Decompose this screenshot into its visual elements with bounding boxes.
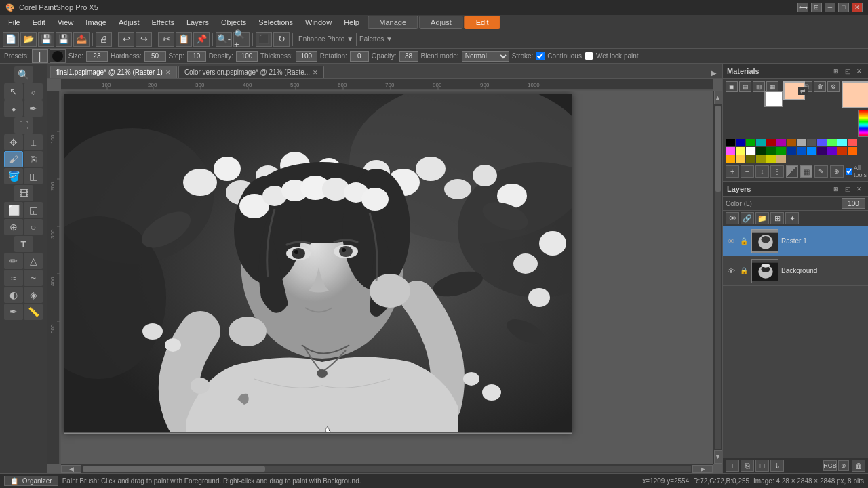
merge-down-btn[interactable]: ⇓	[770, 460, 784, 472]
group-layer-btn[interactable]: □	[755, 460, 769, 472]
add-color-btn[interactable]: +	[726, 165, 739, 178]
layer1-visibility[interactable]: 👁	[726, 236, 736, 247]
swatch-orange2[interactable]	[848, 147, 857, 155]
swatch-green[interactable]	[746, 139, 755, 146]
paint-brush-tool[interactable]: 🖌	[4, 151, 23, 167]
maximize-btn[interactable]: □	[838, 3, 849, 12]
layers-blend-btn[interactable]: ⊞	[770, 212, 784, 224]
layers-fx-btn[interactable]: ✦	[785, 212, 799, 224]
healing-brush-tool[interactable]: ⊕	[4, 219, 23, 235]
menu-image[interactable]: Image	[80, 17, 112, 28]
swatch-white[interactable]	[746, 147, 755, 155]
swatch-green3[interactable]	[776, 147, 786, 155]
swatch-olive2[interactable]	[756, 155, 766, 163]
save-as-btn[interactable]: 💾	[56, 32, 72, 47]
clone-tool[interactable]: ⎘	[24, 151, 43, 167]
zoom-tool[interactable]: 🔍	[14, 66, 33, 83]
rotation-input[interactable]	[350, 51, 369, 62]
menu-file[interactable]: File	[3, 17, 26, 28]
move-tool[interactable]: ✥	[4, 134, 23, 150]
color-wheel-strip[interactable]	[858, 110, 868, 137]
brush-icon[interactable]: |	[32, 49, 48, 63]
h-scrollbar[interactable]: ◀ ▶	[61, 464, 713, 473]
layers-float-btn[interactable]: ◱	[843, 184, 852, 194]
v-scroll-thumb[interactable]	[715, 106, 721, 192]
organizer-tab[interactable]: 📋 Organizer	[4, 476, 58, 486]
smear-tool[interactable]: ~	[24, 270, 43, 286]
menu-view[interactable]: View	[52, 17, 79, 28]
menu-effects[interactable]: Effects	[146, 17, 180, 28]
tab-manage[interactable]: Manage	[368, 16, 418, 29]
doc-tab-close[interactable]: ✕	[165, 69, 171, 76]
layout-btn[interactable]: ⊞	[811, 3, 822, 12]
print-btn[interactable]: 🖨	[96, 32, 112, 47]
swatch-brown[interactable]	[787, 139, 796, 146]
swap-colors-btn[interactable]: ⇄	[798, 87, 808, 95]
layers-options-btn[interactable]: ⊕	[838, 460, 849, 471]
bg-eraser-tool[interactable]: ◱	[24, 202, 43, 218]
layer-item-background[interactable]: 👁 🔒 Background	[723, 256, 868, 286]
large-color-preview[interactable]	[842, 81, 868, 108]
pen2-tool[interactable]: ✒	[4, 304, 23, 320]
layers-link-btn[interactable]: 🔗	[741, 212, 754, 224]
swatch-silver[interactable]	[797, 139, 806, 146]
v-scroll-up[interactable]: ▲	[714, 91, 722, 104]
text-tool[interactable]: T	[14, 236, 33, 252]
zoom-out-btn[interactable]: 🔍-	[216, 32, 232, 47]
v-scrollbar[interactable]: ▲ ▼	[713, 91, 722, 464]
straighten-tool[interactable]: ⟂	[24, 134, 43, 150]
switch-btn[interactable]: ⟷	[797, 3, 808, 12]
all-tools-checkbox[interactable]	[846, 168, 852, 175]
pattern-mode-btn[interactable]: ▥	[753, 81, 765, 92]
h-scroll-right[interactable]: ▶	[692, 465, 713, 473]
selection-tool[interactable]: ↖	[4, 83, 23, 100]
swatch-blue2[interactable]	[787, 147, 796, 155]
continuous-checkbox[interactable]	[536, 52, 545, 60]
layers-rgb-btn[interactable]: RGB	[823, 460, 837, 471]
tab-edit[interactable]: Edit	[465, 16, 500, 29]
ruler-tool[interactable]: 📏	[24, 304, 43, 320]
new-layer-btn[interactable]: +	[726, 460, 739, 472]
gradient-mode-btn[interactable]: ▤	[739, 81, 751, 92]
share-btn[interactable]: 📤	[73, 32, 90, 47]
pen-tool[interactable]: ✏	[4, 253, 23, 269]
swatch-maroon[interactable]	[766, 139, 776, 146]
menu-objects[interactable]: Objects	[216, 17, 252, 28]
open-btn[interactable]: 📂	[20, 32, 37, 47]
close-btn[interactable]: ✕	[852, 3, 863, 12]
h-scroll-thumb[interactable]	[83, 466, 265, 472]
resize-btn[interactable]: ⬛	[256, 32, 272, 47]
swatch-blue[interactable]	[817, 139, 827, 146]
gradient-tool[interactable]: ◫	[24, 168, 43, 184]
swatch-red[interactable]	[848, 139, 857, 146]
swatch-yellow2[interactable]	[736, 155, 745, 163]
sort-color-btn[interactable]: ⋮	[770, 165, 784, 178]
swatch-violet2[interactable]	[827, 147, 837, 155]
materials-float-btn[interactable]: ◱	[843, 66, 852, 76]
swatch-cyan[interactable]	[837, 139, 847, 146]
swatch-purple[interactable]	[776, 139, 786, 146]
swatch-black[interactable]	[726, 139, 735, 146]
minimize-btn[interactable]: ─	[825, 3, 835, 12]
cut-btn[interactable]: ✂	[158, 32, 174, 47]
menu-window[interactable]: Window	[300, 17, 337, 28]
swatch-teal[interactable]	[756, 139, 766, 146]
more-color-btn[interactable]: ⊕	[830, 165, 844, 178]
title-bar-controls[interactable]: ⟷ ⊞ ─ □ ✕	[797, 3, 863, 12]
enhance-photo-btn[interactable]: Enhance Photo ▼	[298, 35, 353, 43]
settings-material-btn[interactable]: ⚙	[827, 81, 840, 92]
redo-btn[interactable]: ↪	[136, 32, 152, 47]
doc-tab-final1[interactable]: final1.pspimage* @ 21% (Raster 1) ✕	[50, 66, 177, 78]
materials-restore-btn[interactable]: ⊞	[831, 66, 841, 76]
sharpen-tool[interactable]: ◈	[24, 287, 43, 303]
swatch-dgray[interactable]	[807, 139, 816, 146]
opacity-value-input[interactable]	[842, 198, 865, 209]
menu-edit[interactable]: Edit	[27, 17, 51, 28]
eyedrop-tool[interactable]: ✒	[24, 100, 43, 117]
materials-close-btn[interactable]: ✕	[854, 66, 864, 76]
layer1-lock[interactable]: 🔒	[739, 237, 749, 246]
menu-help[interactable]: Help	[338, 17, 365, 28]
fill-tool[interactable]: 🪣	[4, 168, 23, 184]
color-mode-btn[interactable]: ▣	[726, 81, 738, 92]
preset-shape-tool[interactable]: △	[24, 253, 43, 269]
